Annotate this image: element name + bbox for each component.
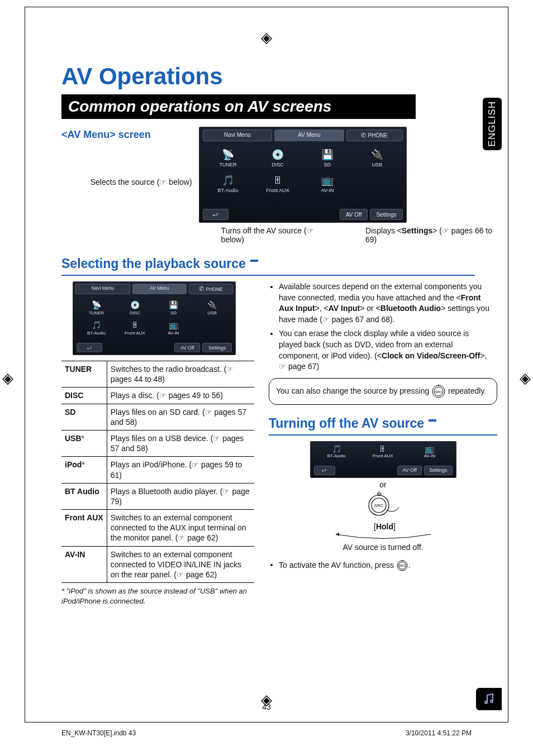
device-tab-av[interactable]: AV Menu	[274, 130, 344, 141]
src-knob-icon-inline: SRC	[431, 384, 446, 399]
src-avin-sm[interactable]: 📺AV-IN	[155, 318, 192, 337]
change-source-note: You can also change the source by pressi…	[269, 378, 497, 405]
device-settings-button[interactable]: Settings	[370, 209, 402, 220]
av-menu-screenshot-small: Navi Menu AV Menu PHONE 📡TUNER 💿DISC 💾SD…	[73, 281, 236, 355]
src-desc-cell: Switches to an external component connec…	[107, 510, 254, 547]
source-table: TUNERSwitches to the radio broadcast. (☞…	[61, 361, 254, 583]
device-back-button-sm[interactable]: ⮐	[77, 343, 102, 352]
callout-displays-settings: Displays <Settings> (☞ pages 66 to 69)	[365, 226, 497, 244]
av-off-screenshot-strip: 🎵BT-Audio 🎚Front AUX 📺AV-IN ⮐ AV Off Set…	[310, 441, 456, 478]
src-desc-cell: Switches to the radio broadcast. (☞ page…	[107, 361, 254, 387]
src-desc-cell: Plays files on a USB device. (☞ pages 57…	[107, 430, 254, 456]
svg-text:SRC: SRC	[435, 390, 442, 393]
av-menu-screen-heading: <AV Menu> screen	[61, 129, 194, 141]
svg-text:SRC: SRC	[399, 564, 406, 567]
src-name-cell: AV-IN	[61, 546, 107, 583]
footer-timestamp: 3/10/2011 4:51:22 PM	[406, 729, 472, 737]
device-avoff-button-sm[interactable]: AV Off	[174, 343, 200, 352]
src-desc-cell: Plays a Bluetooth audio player. (☞ page …	[107, 483, 254, 509]
registration-mark-left: ◈	[2, 371, 13, 385]
section-title-turnoff: Turning off the AV source	[269, 416, 497, 431]
registration-mark-top: ◈	[261, 30, 272, 45]
strip-settings[interactable]: Settings	[424, 466, 453, 475]
src-name-cell: BT Audio	[61, 483, 107, 509]
strip-frontaux[interactable]: 🎚Front AUX	[360, 444, 406, 460]
strip-btaudio[interactable]: 🎵BT-Audio	[314, 444, 359, 460]
src-disc-sm[interactable]: 💿DISC	[116, 298, 154, 317]
section-title-selecting: Selecting the playback source	[61, 256, 497, 271]
src-usb[interactable]: 🔌USB	[353, 146, 402, 170]
svg-text:SRC: SRC	[374, 503, 383, 508]
src-frontaux-sm[interactable]: 🎚Front AUX	[116, 318, 154, 337]
src-usb-sm[interactable]: 🔌USB	[193, 298, 231, 317]
table-row: BT AudioPlays a Bluetooth audio player. …	[61, 483, 254, 509]
src-tuner[interactable]: 📡TUNER	[204, 146, 253, 170]
callout-selects-source: Selects the source (☞ below)	[61, 178, 194, 186]
svg-point-0	[485, 701, 487, 704]
src-name-cell: SD	[61, 404, 107, 430]
table-row: SDPlays files on an SD card. (☞ pages 57…	[61, 404, 254, 430]
svg-point-5	[438, 385, 439, 386]
src-knob-icon-small: SRC	[396, 559, 408, 572]
src-empty	[353, 171, 402, 196]
hold-label: [Hold]	[374, 522, 396, 531]
src-btaudio-sm[interactable]: 🎵BT-Audio	[78, 318, 115, 337]
src-knob-icon: SRC ⏻	[367, 491, 400, 519]
table-row: iPod*Plays an iPod/iPhone. (☞ pages 59 t…	[61, 457, 254, 483]
src-name-cell: TUNER	[61, 361, 107, 387]
swoosh-underline-icon	[333, 533, 434, 540]
device-back-button[interactable]: ⮐	[203, 209, 229, 220]
table-row: USB*Plays files on a USB device. (☞ page…	[61, 430, 254, 456]
src-desc-cell: Plays an iPod/iPhone. (☞ pages 59 to 61)	[107, 457, 254, 483]
src-tuner-sm[interactable]: 📡TUNER	[78, 298, 115, 317]
table-row: Front AUXSwitches to an external compone…	[61, 510, 254, 547]
src-name-cell: USB*	[61, 430, 107, 456]
bullet-available-sources: Available sources depend on the external…	[279, 281, 489, 325]
src-name-cell: Front AUX	[61, 510, 107, 547]
svg-point-13	[402, 559, 403, 561]
bullet-clock-display: You can erase the clock display while a …	[279, 328, 489, 372]
src-name-cell: iPod*	[61, 457, 107, 483]
strip-back[interactable]: ⮐	[314, 466, 335, 475]
src-disc[interactable]: 💿DISC	[254, 146, 302, 170]
src-name-cell: DISC	[61, 387, 107, 404]
table-row: TUNERSwitches to the radio broadcast. (☞…	[61, 361, 254, 387]
device-tab-phone[interactable]: PHONE	[346, 130, 403, 141]
src-sd[interactable]: 💾SD	[303, 146, 352, 170]
page-number: 43	[262, 702, 271, 711]
strip-avoff[interactable]: AV Off	[397, 466, 422, 475]
device-tab-navi-sm[interactable]: Navi Menu	[75, 284, 130, 294]
src-desc-cell: Plays files on an SD card. (☞ pages 57 a…	[107, 404, 254, 430]
device-avoff-button[interactable]: AV Off	[340, 209, 368, 220]
src-btaudio[interactable]: 🎵BT-Audio	[204, 171, 253, 196]
src-desc-cell: Plays a disc. (☞ pages 49 to 56)	[107, 387, 254, 404]
or-label: or	[269, 480, 497, 489]
device-tab-phone-sm[interactable]: PHONE	[189, 284, 233, 294]
callout-turns-off: Turns off the AV source (☞ below)	[221, 226, 332, 244]
table-row: DISCPlays a disc. (☞ pages 49 to 56)	[61, 387, 254, 404]
device-settings-button-sm[interactable]: Settings	[202, 343, 232, 352]
strip-avin[interactable]: 📺AV-IN	[407, 444, 452, 460]
src-avin[interactable]: 📺AV-IN	[303, 171, 352, 196]
src-desc-cell: Switches to an external component connec…	[107, 546, 254, 583]
source-table-footnote: * "iPod" is shown as the source instead …	[61, 586, 254, 606]
device-tab-navi[interactable]: Navi Menu	[203, 130, 273, 141]
src-sd-sm[interactable]: 💾SD	[155, 298, 192, 317]
src-empty-sm	[193, 318, 231, 337]
src-frontaux[interactable]: 🎚Front AUX	[254, 171, 302, 196]
svg-point-1	[491, 700, 493, 702]
bullet-activate: To activate the AV function, press SRC .	[279, 559, 489, 572]
av-off-caption: AV source is turned off.	[269, 543, 497, 552]
page-title: AV Operations	[61, 63, 497, 90]
section-bar-common-ops: Common operations on AV screens	[61, 94, 416, 119]
table-row: AV-INSwitches to an external component c…	[61, 546, 254, 583]
av-menu-screenshot-large: Navi Menu AV Menu PHONE 📡TUNER 💿DISC 💾SD…	[199, 127, 407, 223]
footer-file-name: EN_KW-NT30[E].indb 43	[61, 729, 136, 737]
svg-text:⏻: ⏻	[377, 491, 382, 496]
registration-mark-right: ◈	[520, 371, 531, 385]
music-badge-icon	[476, 688, 502, 710]
device-tab-av-sm[interactable]: AV Menu	[132, 284, 187, 294]
